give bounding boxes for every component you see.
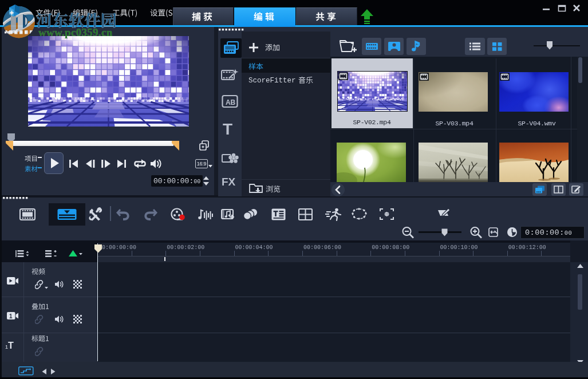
svg-text:1: 1: [9, 313, 13, 319]
svg-text:B: B: [231, 98, 236, 106]
